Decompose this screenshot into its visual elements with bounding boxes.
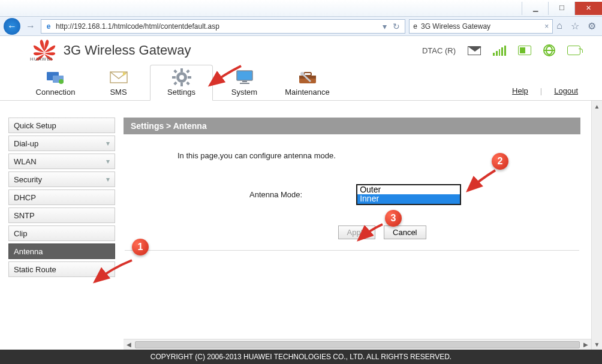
svg-rect-10 — [186, 70, 189, 73]
arrow-3 — [353, 222, 389, 248]
toolbox-icon — [297, 68, 318, 86]
brand-header: HUAWEI 3G Wireless Gateway DTAC (R) — [0, 36, 602, 65]
nav-forward-button[interactable]: → — [24, 20, 37, 33]
antenna-mode-select[interactable]: Outer Inner — [356, 184, 461, 205]
sidebar-item-label: Security — [14, 175, 42, 184]
gear-icon[interactable]: ⚙ — [588, 20, 596, 32]
scroll-down-icon[interactable]: ▼ — [592, 339, 602, 350]
sidebar-item-label: Quick Setup — [14, 121, 56, 130]
dropdown-icon[interactable]: ▾ — [383, 22, 387, 31]
sidebar-item-label: WLAN — [14, 157, 37, 166]
sidebar-item-sntp[interactable]: SNTP — [8, 207, 115, 223]
tab-maintenance[interactable]: Maintenance — [276, 65, 339, 100]
scroll-thumb[interactable] — [135, 341, 580, 348]
brand-title: 3G Wireless Gateway — [64, 43, 191, 58]
scroll-up-icon[interactable]: ▲ — [592, 101, 602, 112]
svg-rect-8 — [188, 76, 191, 79]
chevron-down-icon: ▾ — [106, 175, 110, 183]
logout-link[interactable]: Logout — [554, 86, 578, 95]
tab-label: Connection — [36, 88, 76, 97]
browser-toolbar: ← → e http://192.168.1.1/htmlcode/html/c… — [0, 17, 602, 36]
sidebar-item-clip[interactable]: Clip — [8, 225, 115, 241]
mail-icon[interactable] — [468, 46, 481, 55]
sim-icon — [518, 46, 531, 55]
svg-point-21 — [300, 72, 304, 76]
tab-label: Settings — [167, 88, 195, 97]
svg-rect-20 — [304, 73, 311, 76]
tab-connection[interactable]: Connection — [24, 65, 87, 100]
tab-sms[interactable]: SMS — [87, 65, 150, 100]
svg-rect-9 — [173, 70, 177, 73]
sidebar-item-dhcp[interactable]: DHCP — [8, 189, 115, 205]
wan-icon — [567, 46, 580, 55]
breadcrumb: Settings > Antenna — [124, 118, 580, 134]
signal-icon — [493, 45, 506, 56]
select-option-outer[interactable]: Outer — [357, 185, 460, 194]
footer-copyright: COPYRIGHT (C) 2006-2013 HUAWEI TECHNOLOG… — [0, 350, 602, 364]
ie-icon: e — [44, 22, 53, 31]
sidebar-item-wlan[interactable]: WLAN▾ — [8, 154, 115, 169]
svg-point-13 — [179, 75, 184, 80]
sidebar-item-label: DHCP — [14, 193, 36, 202]
window-minimize-button[interactable]: ▁ — [522, 2, 548, 15]
browser-tool-icons: ⌂ ☆ ⚙ — [556, 20, 598, 32]
refresh-icon[interactable]: ↻ — [393, 22, 400, 31]
connection-icon — [46, 68, 66, 86]
svg-rect-6 — [180, 83, 183, 86]
window-close-button[interactable]: ✕ — [574, 2, 602, 15]
sidebar-item-quick-setup[interactable]: Quick Setup — [8, 118, 115, 133]
tab-label: Maintenance — [285, 88, 329, 97]
callout-2: 2 — [492, 153, 508, 170]
chevron-down-icon: ▾ — [106, 139, 110, 148]
favorite-icon[interactable]: ☆ — [571, 20, 579, 32]
url-tools: ▾ ↻ — [380, 22, 402, 31]
tab-label: SMS — [110, 88, 127, 97]
scroll-left-icon[interactable]: ◀ — [124, 341, 134, 348]
url-text: http://192.168.1.1/htmlcode/html/content… — [56, 22, 378, 31]
select-option-inner[interactable]: Inner — [357, 194, 460, 203]
tab-close-icon[interactable]: × — [544, 22, 549, 31]
main-nav: Connection SMS Settings System Maintenan… — [0, 65, 602, 101]
logo-text: HUAWEI — [30, 56, 53, 62]
gear-icon — [172, 68, 191, 86]
help-link[interactable]: Help — [512, 86, 528, 95]
internet-icon — [543, 44, 555, 56]
svg-point-2 — [59, 79, 64, 84]
sidebar-item-label: Clip — [14, 229, 27, 238]
address-bar[interactable]: e http://192.168.1.1/htmlcode/html/conte… — [41, 19, 405, 34]
arrow-1 — [84, 257, 138, 288]
sidebar-item-label: Dial-up — [14, 139, 38, 148]
window-maximize-button[interactable]: ☐ — [548, 2, 574, 15]
svg-rect-12 — [186, 82, 189, 85]
sidebar-item-label: Antenna — [14, 247, 43, 256]
chevron-down-icon: ▾ — [106, 157, 110, 166]
scroll-right-icon[interactable]: ▶ — [580, 341, 591, 348]
svg-rect-5 — [180, 68, 183, 72]
divider — [125, 250, 579, 251]
callout-1: 1 — [132, 239, 149, 255]
horizontal-scrollbar[interactable]: ◀ ▶ — [124, 339, 591, 350]
svg-rect-7 — [172, 76, 176, 79]
sidebar-item-label: SNTP — [14, 211, 35, 220]
sidebar-item-security[interactable]: Security▾ — [8, 172, 115, 187]
nav-back-button[interactable]: ← — [4, 18, 20, 35]
button-row: Apply Cancel — [124, 225, 580, 239]
vertical-scrollbar[interactable]: ▲ ▼ — [591, 101, 602, 350]
home-icon[interactable]: ⌂ — [556, 20, 562, 32]
brand-status: DTAC (R) — [422, 44, 580, 56]
sidebar: Quick Setup Dial-up▾ WLAN▾ Security▾ DHC… — [0, 101, 114, 350]
page-description: In this page,you can configure antenna m… — [124, 151, 580, 160]
ie-icon: e — [413, 22, 417, 31]
svg-rect-11 — [173, 82, 177, 85]
antenna-mode-label: Antenna Mode: — [249, 184, 302, 199]
cancel-button[interactable]: Cancel — [384, 225, 426, 239]
sidebar-item-dial-up[interactable]: Dial-up▾ — [8, 136, 115, 151]
callout-3: 3 — [385, 210, 402, 227]
operator-label: DTAC (R) — [422, 46, 456, 55]
browser-tab[interactable]: e 3G Wireless Gateway × — [409, 19, 553, 34]
arrow-settings — [204, 64, 246, 92]
sidebar-item-label: Static Route — [14, 265, 56, 274]
tab-title: 3G Wireless Gateway — [421, 22, 490, 31]
window-titlebar: ▁ ☐ ✕ — [0, 0, 602, 17]
envelope-icon — [109, 68, 129, 86]
